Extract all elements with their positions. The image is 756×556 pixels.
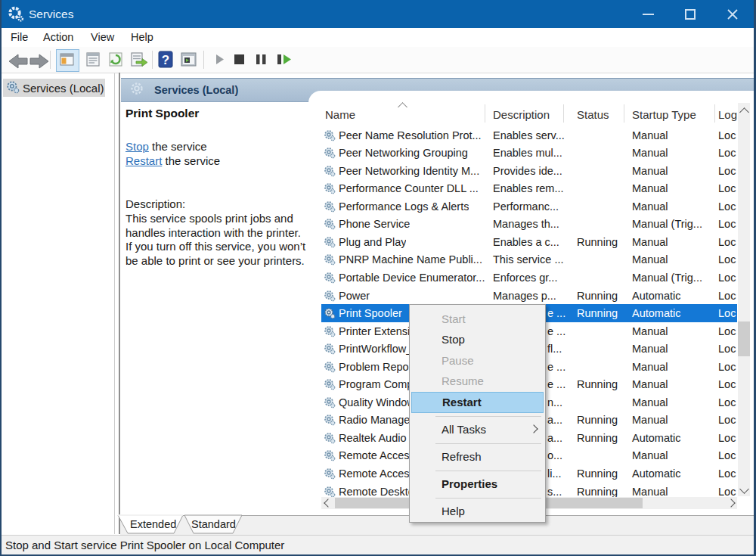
svg-text:?: ? — [162, 53, 169, 67]
